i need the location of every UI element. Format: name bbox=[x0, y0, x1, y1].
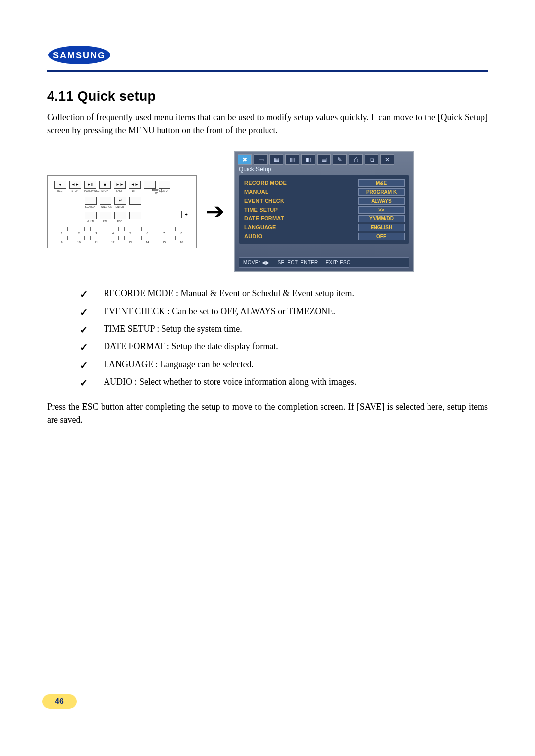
panel-row-2: SEARCH FUNCTION ↵ENTER bbox=[85, 197, 140, 208]
menu-value[interactable]: YY/MM/DD bbox=[358, 215, 405, 222]
footer-exit: EXIT: ESC bbox=[326, 260, 351, 265]
panel-btn bbox=[129, 197, 140, 208]
menu-value[interactable]: PROGRAM K bbox=[358, 188, 405, 196]
panel-btn: PTZ bbox=[100, 212, 110, 223]
menu-tab-icon[interactable]: ✕ bbox=[380, 154, 394, 165]
samsung-logo: SAMSUNG bbox=[47, 45, 111, 65]
plus-button: + bbox=[181, 211, 191, 218]
menu-row[interactable]: AUDIOOFF bbox=[244, 232, 405, 241]
bullet-item: DATE FORMAT : Setup the date display for… bbox=[80, 339, 488, 354]
menu-tab-icons: ✖ ▭ ▦ ▥ ◧ ▤ ✎ ⎙ ⧉ ✕ bbox=[235, 152, 413, 166]
footer-move: MOVE: ◀▶ bbox=[243, 260, 269, 265]
arrow-right-icon: ➔ bbox=[206, 200, 225, 223]
menu-tab-icon[interactable]: ✖ bbox=[238, 154, 252, 165]
panel-btn: ◄►STEP bbox=[69, 181, 80, 192]
menu-label: AUDIO bbox=[244, 233, 262, 239]
menu-tab-icon[interactable]: ◧ bbox=[301, 154, 315, 165]
outro-text: Press the ESC button after completing th… bbox=[47, 400, 488, 426]
panel-btn: MULTI bbox=[85, 212, 96, 223]
menu-row[interactable]: EVENT CHECKALWAYS bbox=[244, 196, 405, 205]
channel-buttons: 1 2 3 4 5 6 7 8 9 10 11 12 13 14 15 bbox=[54, 227, 191, 245]
menu-tab-icon[interactable]: ▥ bbox=[285, 154, 299, 165]
footer-select: SELECT: ENTER bbox=[277, 260, 318, 265]
bullet-item: AUDIO : Select whether to store voice in… bbox=[80, 375, 488, 390]
panel-btn: ●REC bbox=[54, 181, 65, 192]
bullet-item: EVENT CHECK : Can be set to OFF, ALWAYS … bbox=[80, 304, 488, 319]
menu-tab-icon[interactable]: ⧉ bbox=[365, 154, 378, 165]
bullet-item: RECORDE MODE : Manual & Event or Schedul… bbox=[80, 286, 488, 301]
page-number: 46 bbox=[42, 694, 77, 709]
hand-cursor-icon: ☜ bbox=[151, 184, 163, 200]
menu-footer: MOVE: ◀▶ SELECT: ENTER EXIT: ESC bbox=[239, 257, 409, 268]
intro-text: Collection of frequently used menu items… bbox=[47, 111, 488, 137]
menu-value[interactable]: M&E bbox=[358, 179, 405, 187]
menu-row[interactable]: DATE FORMATYY/MM/DD bbox=[244, 214, 405, 223]
menu-row[interactable]: TIME SETUP>> bbox=[244, 205, 405, 214]
panel-btn: FUNCTION bbox=[100, 197, 110, 208]
panel-btn: ↵ENTER bbox=[114, 197, 125, 208]
figure-row: ●REC ◄►STEP ►IIPLAY/PAUSE ■STOP ►►FAST ◄… bbox=[47, 151, 488, 272]
menu-value[interactable]: OFF bbox=[358, 233, 405, 240]
panel-btn: ►►FAST bbox=[114, 181, 125, 192]
header-divider bbox=[47, 70, 488, 72]
menu-row[interactable]: LANGUAGEENGLISH bbox=[244, 223, 405, 232]
panel-btn: ■STOP bbox=[99, 181, 110, 192]
logo-text: SAMSUNG bbox=[53, 51, 106, 60]
bullet-item: TIME SETUP : Setup the system time. bbox=[80, 322, 488, 337]
panel-row-3: MULTI PTZ –ESC bbox=[85, 212, 140, 223]
menu-label: RECORD MODE bbox=[244, 180, 287, 186]
menu-label: DATE FORMAT bbox=[244, 216, 284, 221]
menu-row[interactable]: MANUALPROGRAM K bbox=[244, 187, 405, 196]
menu-tab-icon[interactable]: ✎ bbox=[333, 154, 347, 165]
front-panel-diagram: ●REC ◄►STEP ►IIPLAY/PAUSE ■STOP ►►FAST ◄… bbox=[47, 175, 197, 248]
menu-row[interactable]: RECORD MODEM&E bbox=[244, 178, 405, 187]
page-number-wrap: 46 bbox=[47, 694, 488, 709]
menu-value[interactable]: ENGLISH bbox=[358, 224, 405, 231]
menu-label: TIME SETUP bbox=[244, 207, 278, 213]
menu-label: MANUAL bbox=[244, 189, 268, 195]
menu-label: LANGUAGE bbox=[244, 224, 276, 230]
menu-tab-icon[interactable]: ▤ bbox=[317, 154, 331, 165]
logo: SAMSUNG bbox=[47, 45, 488, 67]
menu-tab-icon[interactable]: ▦ bbox=[269, 154, 283, 165]
section-title: 4.11 Quick setup bbox=[47, 89, 488, 104]
menu-label: EVENT CHECK bbox=[244, 198, 284, 204]
panel-btn: SEARCH bbox=[85, 197, 96, 208]
quick-setup-menu: ✖ ▭ ▦ ▥ ◧ ▤ ✎ ⎙ ⧉ ✕ Quick Setup RECORD M… bbox=[234, 151, 414, 272]
panel-btn bbox=[129, 212, 140, 223]
menu-value[interactable]: >> bbox=[358, 206, 405, 214]
menu-tab-icon[interactable]: ⎙ bbox=[349, 154, 363, 165]
menu-title: Quick Setup bbox=[235, 166, 413, 175]
bullet-list: RECORDE MODE : Manual & Event or Schedul… bbox=[47, 286, 488, 389]
menu-tab-icon[interactable]: ▭ bbox=[254, 154, 268, 165]
bullet-item: LANGUAGE : Language can be selected. bbox=[80, 357, 488, 372]
page: SAMSUNG 4.11 Quick setup Collection of f… bbox=[0, 0, 535, 739]
panel-btn: –ESC bbox=[114, 212, 125, 223]
panel-btn: ◄►DIR bbox=[129, 181, 140, 192]
panel-btn: ►IIPLAY/PAUSE bbox=[84, 181, 95, 192]
menu-panel: RECORD MODEM&E MANUALPROGRAM K EVENT CHE… bbox=[239, 175, 409, 244]
menu-value[interactable]: ALWAYS bbox=[358, 197, 405, 205]
